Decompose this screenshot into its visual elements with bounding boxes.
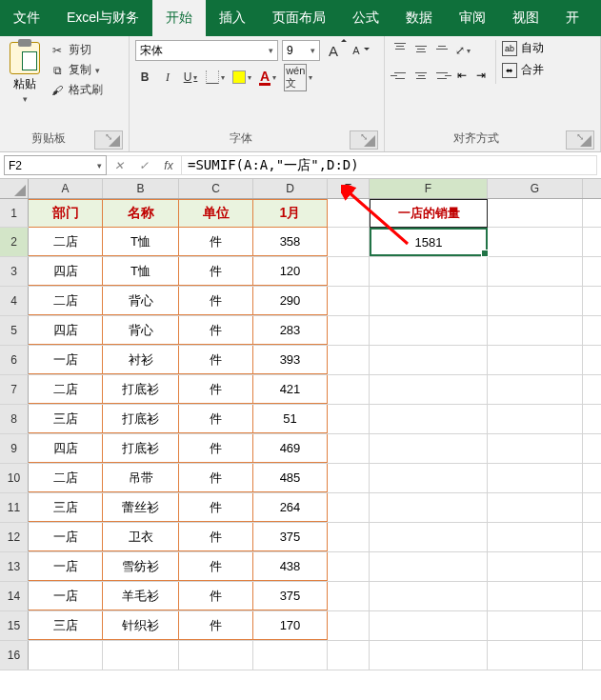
select-all-corner[interactable] bbox=[0, 179, 29, 198]
cell[interactable] bbox=[488, 228, 583, 256]
cell[interactable]: 件 bbox=[179, 287, 253, 315]
col-header-e[interactable]: E bbox=[328, 179, 370, 198]
cell[interactable]: 四店 bbox=[29, 434, 103, 463]
cell[interactable]: 件 bbox=[179, 611, 253, 640]
cell[interactable]: 438 bbox=[253, 552, 328, 581]
cell[interactable]: 件 bbox=[179, 464, 253, 492]
cell[interactable] bbox=[370, 582, 488, 610]
cell[interactable]: 485 bbox=[253, 464, 328, 492]
cell[interactable]: 一店 bbox=[29, 552, 103, 581]
cell[interactable]: 264 bbox=[253, 493, 328, 522]
decrease-indent-button[interactable]: ⇤ bbox=[453, 67, 471, 84]
row-header[interactable]: 13 bbox=[0, 552, 29, 581]
name-box[interactable]: F2 ▾ bbox=[4, 155, 107, 175]
border-button[interactable] bbox=[204, 67, 227, 88]
italic-button[interactable]: I bbox=[158, 67, 177, 88]
cell[interactable] bbox=[370, 257, 488, 286]
row-header[interactable]: 15 bbox=[0, 611, 29, 640]
header-cell[interactable]: 单位 bbox=[179, 199, 253, 228]
cell[interactable] bbox=[488, 434, 583, 463]
row-header[interactable]: 3 bbox=[0, 257, 29, 286]
cell[interactable]: 三店 bbox=[29, 611, 103, 640]
cell[interactable]: 件 bbox=[179, 552, 253, 581]
align-center-button[interactable] bbox=[411, 67, 431, 84]
cell[interactable] bbox=[328, 228, 370, 256]
cell[interactable]: 吊带 bbox=[103, 464, 179, 492]
paste-dropdown-icon[interactable]: ▾ bbox=[23, 94, 28, 104]
tab-insert[interactable]: 插入 bbox=[206, 0, 259, 36]
cell[interactable] bbox=[488, 375, 583, 404]
cell[interactable] bbox=[488, 316, 583, 345]
cell[interactable] bbox=[370, 346, 488, 374]
cell[interactable]: 290 bbox=[253, 287, 328, 315]
cell[interactable]: 件 bbox=[179, 523, 253, 551]
row-header[interactable]: 11 bbox=[0, 493, 29, 522]
cell[interactable]: 358 bbox=[253, 228, 328, 256]
cell[interactable]: 120 bbox=[253, 257, 328, 286]
cell[interactable]: 四店 bbox=[29, 316, 103, 345]
cell[interactable] bbox=[179, 641, 253, 670]
align-left-button[interactable] bbox=[391, 67, 410, 84]
col-header-a[interactable]: A bbox=[29, 179, 103, 198]
cell[interactable]: 283 bbox=[253, 316, 328, 345]
cell[interactable]: 四店 bbox=[29, 257, 103, 286]
align-top-button[interactable] bbox=[391, 40, 410, 57]
cell[interactable]: 一店 bbox=[29, 582, 103, 610]
cell[interactable]: 三店 bbox=[29, 493, 103, 522]
col-header-c[interactable]: C bbox=[179, 179, 253, 198]
insert-function-button[interactable]: fx bbox=[156, 159, 181, 172]
cell[interactable] bbox=[328, 287, 370, 315]
row-header[interactable]: 2 bbox=[0, 228, 29, 256]
cell[interactable] bbox=[488, 405, 583, 433]
cell[interactable] bbox=[370, 375, 488, 404]
cell[interactable] bbox=[370, 434, 488, 463]
cell[interactable] bbox=[370, 405, 488, 433]
font-name-select[interactable]: 宋体 ▾ bbox=[135, 40, 278, 61]
tab-review[interactable]: 审阅 bbox=[446, 0, 499, 36]
cell[interactable] bbox=[328, 552, 370, 581]
orientation-button[interactable]: ⤢ bbox=[453, 40, 472, 61]
accept-formula-button[interactable]: ✓ bbox=[131, 159, 156, 172]
row-header[interactable]: 9 bbox=[0, 434, 29, 463]
cell[interactable]: 件 bbox=[179, 346, 253, 374]
cell[interactable] bbox=[328, 199, 370, 228]
cell[interactable]: T恤 bbox=[103, 228, 179, 256]
tab-view[interactable]: 视图 bbox=[499, 0, 552, 36]
cell[interactable] bbox=[370, 641, 488, 670]
row-header[interactable]: 14 bbox=[0, 582, 29, 610]
tab-home[interactable]: 开始 bbox=[152, 0, 206, 36]
row-header[interactable]: 6 bbox=[0, 346, 29, 374]
cell[interactable] bbox=[328, 641, 370, 670]
row-header[interactable]: 7 bbox=[0, 375, 29, 404]
cell[interactable]: 卫衣 bbox=[103, 523, 179, 551]
row-header[interactable]: 10 bbox=[0, 464, 29, 492]
cell[interactable]: 件 bbox=[179, 405, 253, 433]
row-header[interactable]: 12 bbox=[0, 523, 29, 551]
merge-button[interactable]: ⬌ 合并 bbox=[502, 62, 544, 78]
align-bottom-button[interactable] bbox=[432, 40, 451, 57]
phonetic-button[interactable]: wén文 bbox=[282, 67, 314, 88]
tab-more[interactable]: 开 bbox=[552, 0, 592, 36]
wrap-text-button[interactable]: ab 自动 bbox=[502, 40, 544, 56]
row-header[interactable]: 16 bbox=[0, 641, 29, 670]
cell[interactable] bbox=[29, 641, 103, 670]
dialog-launcher-icon[interactable]: ⤡ bbox=[350, 130, 378, 150]
cell[interactable] bbox=[328, 375, 370, 404]
cell[interactable]: 羊毛衫 bbox=[103, 582, 179, 610]
cell[interactable]: 51 bbox=[253, 405, 328, 433]
cell[interactable] bbox=[370, 316, 488, 345]
result-label-cell[interactable]: 一店的销量 bbox=[370, 199, 488, 228]
header-cell[interactable]: 部门 bbox=[29, 199, 103, 228]
cell[interactable]: 469 bbox=[253, 434, 328, 463]
tab-formula[interactable]: 公式 bbox=[339, 0, 392, 36]
cell[interactable]: T恤 bbox=[103, 257, 179, 286]
col-header-f[interactable]: F bbox=[370, 179, 488, 198]
cell[interactable]: 件 bbox=[179, 316, 253, 345]
cell[interactable]: 件 bbox=[179, 434, 253, 463]
row-header[interactable]: 8 bbox=[0, 405, 29, 433]
cancel-formula-button[interactable]: ✕ bbox=[107, 159, 131, 172]
bold-button[interactable]: B bbox=[135, 67, 154, 88]
increase-font-button[interactable]: A bbox=[324, 40, 343, 61]
cell[interactable]: 件 bbox=[179, 582, 253, 610]
col-header-g[interactable]: G bbox=[488, 179, 583, 198]
